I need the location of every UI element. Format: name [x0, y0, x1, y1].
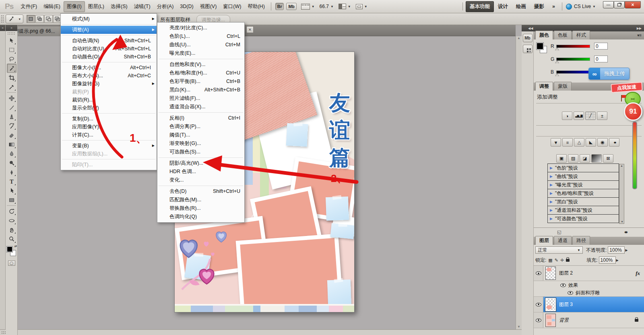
menu-item-auto-color[interactable]: 自动颜色(O)Shift+Ctrl+B	[61, 53, 157, 61]
eraser-tool[interactable]	[7, 130, 17, 140]
workspace-more[interactable]: »	[548, 2, 559, 11]
expand-icon[interactable]: ▶	[550, 217, 553, 221]
bevel-emboss-row[interactable]: 斜面和浮雕	[534, 289, 644, 297]
clone-source-panel-icon[interactable]	[523, 45, 533, 53]
preset-scrollbar[interactable]: ▲▼	[619, 164, 624, 224]
black-white-icon[interactable]: ◣	[586, 138, 596, 147]
hue-saturation-icon[interactable]: ≡	[562, 138, 573, 147]
spinner-icon[interactable]: ▶	[616, 258, 619, 262]
preset-row[interactable]: ▶"曲线"预设	[547, 172, 619, 181]
3d-rotate-tool[interactable]	[7, 207, 17, 216]
history-brush-tool[interactable]	[7, 121, 17, 130]
menu-item-apply-image[interactable]: 应用图像(Y)...	[61, 123, 157, 131]
eye-icon[interactable]	[568, 291, 573, 295]
menu-item-mode[interactable]: 模式(M)▶	[61, 15, 157, 23]
lock-all-icon[interactable]	[566, 259, 570, 262]
menu-item-adjustments[interactable]: 调整(A)▶	[61, 26, 157, 34]
zoom-tool[interactable]	[7, 234, 17, 244]
submenu-item-levels[interactable]: 色阶(L)...Ctrl+L	[157, 32, 244, 41]
layer-row-layer2[interactable]: 图层 2 fx	[534, 266, 644, 281]
blend-mode-select[interactable]: 正常▼	[535, 246, 583, 254]
expand-icon[interactable]: ▶	[550, 200, 553, 204]
visibility-cell[interactable]	[534, 297, 543, 312]
menu-filter[interactable]: 滤镜(T)	[131, 1, 154, 12]
menu-item-image-rotation[interactable]: 图像旋转(G)▶	[61, 80, 157, 88]
expand-icon[interactable]: ▶	[550, 208, 553, 212]
chevron-down-icon[interactable]: ▼	[592, 5, 596, 8]
tab-paths[interactable]: 路径	[572, 236, 590, 245]
dodge-tool[interactable]	[7, 158, 17, 168]
3d-orbit-tool[interactable]	[7, 216, 17, 225]
submenu-item-gradient-map[interactable]: 渐变映射(G)...	[157, 139, 244, 148]
brush-tool[interactable]	[7, 103, 17, 112]
lock-pixels-icon[interactable]: ✎	[555, 258, 558, 263]
arrange-documents-icon[interactable]	[339, 4, 346, 9]
exposure-icon[interactable]: ±	[597, 112, 607, 120]
lasso-tool[interactable]	[7, 54, 17, 64]
layer-thumbnail[interactable]	[545, 267, 556, 280]
menu-3d[interactable]: 3D(D)	[177, 2, 196, 11]
close-icon[interactable]: ✕	[246, 26, 254, 33]
submenu-item-vibrance[interactable]: 自然饱和度(V)...	[157, 60, 244, 69]
chevron-down-icon[interactable]: ▼	[348, 5, 351, 8]
blur-tool[interactable]	[7, 149, 17, 158]
clip-adjustment-icon[interactable]: ●●	[624, 230, 626, 234]
expand-dock-icon[interactable]: ▶▶	[637, 27, 642, 30]
workspace-painting[interactable]: 绘画	[512, 1, 530, 12]
submenu-item-photo-filter[interactable]: 照片滤镜(F)...	[157, 94, 244, 103]
path-select-tool[interactable]	[7, 186, 17, 195]
menu-item-duplicate[interactable]: 复制(D)...	[61, 115, 157, 123]
menu-item-calculations[interactable]: 计算(C)...	[61, 131, 157, 139]
menu-item-trim[interactable]: 裁切(R)...	[61, 96, 157, 104]
tab-masks[interactable]: 蒙版	[554, 82, 572, 91]
pen-tool[interactable]	[7, 168, 17, 177]
restore-button[interactable]	[614, 1, 625, 8]
menu-file[interactable]: 文件(F)	[17, 1, 40, 12]
menu-select[interactable]: 选择(S)	[107, 1, 131, 12]
submenu-item-posterize[interactable]: 色调分离(P)...	[157, 122, 244, 131]
submenu-item-variations[interactable]: 变化...	[157, 176, 244, 184]
drag-upload-button[interactable]: ∞ 拖拽上传	[588, 68, 630, 80]
layer-row-background[interactable]: 背景	[534, 312, 644, 328]
add-selection-button[interactable]	[35, 15, 44, 23]
visibility-cell[interactable]	[534, 266, 543, 281]
workspace-photography[interactable]: 摄影	[530, 1, 548, 12]
tool-preset-picker[interactable]: ▼	[6, 14, 23, 23]
preset-row[interactable]: ▶"色阶"预设	[547, 163, 619, 172]
eyedropper-tool[interactable]	[7, 82, 17, 91]
eye-icon[interactable]	[536, 303, 541, 306]
healing-brush-tool[interactable]	[7, 93, 17, 103]
tab-swatches[interactable]: 色板	[554, 31, 572, 39]
submenu-item-equalize[interactable]: 色调均化(Q)	[157, 213, 244, 221]
subtract-selection-button[interactable]	[44, 15, 53, 23]
menu-item-variables[interactable]: 变量(B)▶	[61, 142, 157, 150]
submenu-item-channel-mixer[interactable]: 通道混合器(X)...	[157, 103, 244, 111]
lock-transparency-icon[interactable]: ▦	[548, 258, 552, 263]
expand-icon[interactable]: ▶	[550, 174, 553, 178]
preset-row[interactable]: ▶"可选颜色"预设	[547, 214, 619, 223]
menu-image[interactable]: 图像(I)	[64, 1, 85, 12]
hand-tool[interactable]	[7, 225, 17, 234]
chevron-down-icon[interactable]: ▼	[364, 5, 367, 8]
accelerator-badge[interactable]: 91	[624, 102, 642, 121]
mini-bridge-button[interactable]: Mb	[286, 3, 296, 10]
green-value-field[interactable]: 0	[594, 56, 608, 62]
menu-item-auto-contrast[interactable]: 自动对比度(U)Alt+Shift+Ctrl+L	[61, 45, 157, 53]
submenu-item-replace-color[interactable]: 替换颜色(R)...	[157, 204, 244, 213]
switch-panel-icon[interactable]: ◱	[557, 230, 561, 235]
swap-colors-icon[interactable]: ⇄	[14, 244, 17, 248]
close-button[interactable]: ×	[625, 1, 641, 8]
expand-icon[interactable]: ▶	[550, 183, 553, 187]
photo-filter-icon[interactable]: ◉	[597, 138, 608, 147]
eye-icon[interactable]	[560, 283, 566, 287]
eye-icon[interactable]	[536, 271, 541, 275]
menu-item-image-size[interactable]: 图像大小(I)...Alt+Ctrl+I	[61, 64, 157, 72]
tab-channels[interactable]: 通道	[554, 236, 572, 245]
tab-adjustments[interactable]: 调整	[535, 82, 553, 91]
expand-dock-icon[interactable]: »	[0, 25, 5, 31]
curves-icon[interactable]: ╱	[585, 112, 596, 120]
screen-mode-icon[interactable]	[356, 4, 363, 9]
levels-icon[interactable]: ▃▆▂▇	[574, 112, 584, 120]
spinner-icon[interactable]: ▶	[625, 248, 627, 252]
mini-bridge-panel-icon[interactable]: Mb	[523, 34, 533, 42]
